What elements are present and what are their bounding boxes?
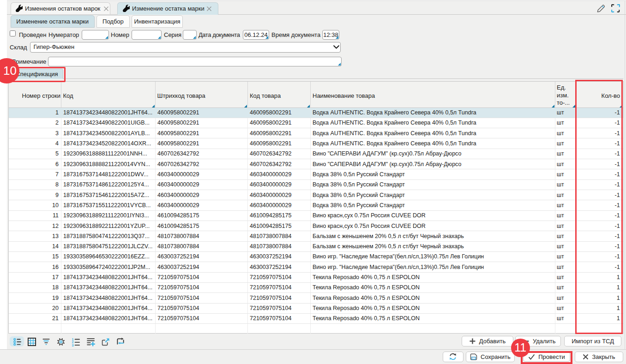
svg-text:3: 3 — [72, 343, 74, 346]
